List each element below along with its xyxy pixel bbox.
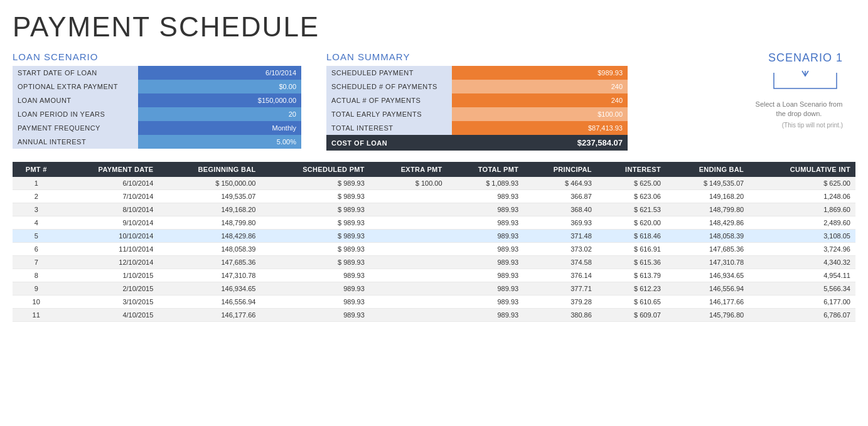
table-cell [370, 269, 447, 282]
table-cell: 4,340.32 [749, 256, 855, 269]
table-cell: 373.02 [523, 243, 597, 256]
table-cell: 989.93 [447, 282, 524, 296]
table-cell: 989.93 [447, 269, 524, 282]
table-cell: 146,556.94 [666, 282, 749, 296]
summary-value-cell: 240 [452, 93, 628, 107]
scenario-value-cell: 5.00% [138, 135, 301, 149]
table-cell: $ 623.06 [597, 190, 666, 203]
loan-summary-section: LOAN SUMMARY SCHEDULED PAYMENT$989.93SCH… [326, 51, 628, 151]
table-cell: $ 615.36 [597, 256, 666, 269]
scenario-row: OPTIONAL EXTRA PAYMENT$0.00 [13, 80, 301, 93]
table-cell: 989.93 [447, 190, 524, 203]
table-cell: $ 100.00 [370, 177, 447, 190]
table-cell: $ 621.53 [597, 203, 666, 216]
loan-summary-title: LOAN SUMMARY [326, 51, 628, 62]
table-cell [370, 309, 447, 322]
payment-table-col-header: INTEREST [597, 162, 666, 177]
table-cell: 3,724.96 [749, 243, 855, 256]
table-row: 92/10/2015146,934.65989.93989.93377.71$ … [13, 282, 855, 296]
scenario-label-cell: PAYMENT FREQUENCY [13, 121, 138, 135]
table-cell: 149,168.20 [666, 190, 749, 203]
table-cell: 3/10/2015 [60, 296, 158, 309]
payment-table-col-header: PAYMENT DATE [60, 162, 158, 177]
summary-label-cell: TOTAL INTEREST [326, 121, 452, 135]
table-cell: $ 618.46 [597, 230, 666, 243]
scenario-label-cell: LOAN PERIOD IN YEARS [13, 107, 138, 121]
summary-value-cell: $100.00 [452, 107, 628, 121]
table-cell: $ 989.93 [260, 177, 369, 190]
table-cell: 147,685.36 [666, 243, 749, 256]
table-cell: $ 464.93 [523, 177, 597, 190]
table-cell: 989.93 [260, 309, 369, 322]
payment-table: PMT #PAYMENT DATEBEGINNING BALSCHEDULED … [13, 162, 855, 322]
table-cell: 4/10/2015 [60, 309, 158, 322]
cost-row: COST OF LOAN$237,584.07 [326, 135, 628, 151]
table-cell: $ 989.93 [260, 256, 369, 269]
table-cell: 989.93 [260, 282, 369, 296]
table-cell: $ 609.07 [597, 309, 666, 322]
table-cell: 146,556.94 [158, 296, 260, 309]
payment-table-col-header: CUMULATIVE INT [749, 162, 855, 177]
table-cell: $ 150,000.00 [158, 177, 260, 190]
summary-label-cell: SCHEDULED PAYMENT [326, 66, 452, 80]
table-cell: 11 [13, 309, 60, 322]
payment-table-wrapper: PMT #PAYMENT DATEBEGINNING BALSCHEDULED … [13, 162, 855, 322]
scenario-label-cell: OPTIONAL EXTRA PAYMENT [13, 80, 138, 93]
table-cell: 6/10/2014 [60, 177, 158, 190]
scenario-row: LOAN AMOUNT$150,000.00 [13, 93, 301, 107]
table-cell: 1,248.06 [749, 190, 855, 203]
table-cell: 7 [13, 256, 60, 269]
table-cell: 379.28 [523, 296, 597, 309]
table-cell: 148,799.80 [158, 216, 260, 230]
scenario-row: START DATE OF LOAN6/10/2014 [13, 66, 301, 80]
table-cell: 989.93 [447, 216, 524, 230]
scenario-row: ANNUAL INTEREST5.00% [13, 135, 301, 149]
table-cell: 1,869.60 [749, 203, 855, 216]
table-cell: $ 620.00 [597, 216, 666, 230]
table-cell: 5 [13, 230, 60, 243]
scenario-tip: Select a Loan Scenario from the drop dow… [755, 100, 843, 119]
scenario-value-cell: 20 [138, 107, 301, 121]
table-cell: $ 616.91 [597, 243, 666, 256]
loan-scenario-title: LOAN SCENARIO [13, 51, 301, 62]
table-cell: $ 149,535.07 [666, 177, 749, 190]
payment-table-col-header: EXTRA PMT [370, 162, 447, 177]
table-cell: $ 989.93 [260, 243, 369, 256]
table-cell: 374.58 [523, 256, 597, 269]
table-cell: $ 989.93 [260, 230, 369, 243]
summary-row: TOTAL INTEREST$87,413.93 [326, 121, 628, 135]
table-row: 712/10/2014147,685.36$ 989.93989.93374.5… [13, 256, 855, 269]
table-cell: 7/10/2014 [60, 190, 158, 203]
table-cell: 1/10/2015 [60, 269, 158, 282]
scenario-value-cell: $0.00 [138, 80, 301, 93]
table-cell: $ 1,089.93 [447, 177, 524, 190]
payment-table-col-header: TOTAL PMT [447, 162, 524, 177]
table-cell: 147,310.78 [158, 269, 260, 282]
payment-table-col-header: ENDING BAL [666, 162, 749, 177]
scenario-value-cell: $150,000.00 [138, 93, 301, 107]
table-cell: 1 [13, 177, 60, 190]
table-cell: 989.93 [447, 243, 524, 256]
table-cell: 12/10/2014 [60, 256, 158, 269]
table-cell: $ 989.93 [260, 190, 369, 203]
summary-row: TOTAL EARLY PAYMENTS$100.00 [326, 107, 628, 121]
summary-value-cell: 240 [452, 80, 628, 93]
table-cell: 6 [13, 243, 60, 256]
table-cell: 9/10/2014 [60, 216, 158, 230]
table-cell: $ 989.93 [260, 216, 369, 230]
summary-value-cell: $989.93 [452, 66, 628, 80]
loan-scenario-section: LOAN SCENARIO START DATE OF LOAN6/10/201… [13, 51, 301, 151]
table-cell: $ 612.23 [597, 282, 666, 296]
table-cell: 145,796.80 [666, 309, 749, 322]
table-cell: 147,310.78 [666, 256, 749, 269]
table-cell: 366.87 [523, 190, 597, 203]
scenario-label-cell: ANNUAL INTEREST [13, 135, 138, 149]
scenario-side: SCENARIO 1 Select a Loan Scenario from t… [653, 51, 855, 151]
table-cell: 6,177.00 [749, 296, 855, 309]
table-row: 16/10/2014$ 150,000.00$ 989.93$ 100.00$ … [13, 177, 855, 190]
payment-table-col-header: BEGINNING BAL [158, 162, 260, 177]
table-cell: 369.93 [523, 216, 597, 230]
table-cell: 380.86 [523, 309, 597, 322]
table-cell [370, 243, 447, 256]
scenario-label-cell: START DATE OF LOAN [13, 66, 138, 80]
